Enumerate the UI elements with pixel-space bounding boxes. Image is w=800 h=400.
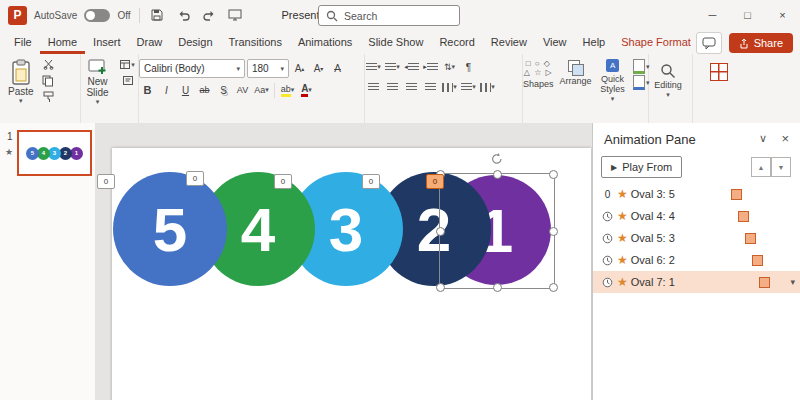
new-slide-button[interactable]: New Slide ▾ [78, 57, 117, 107]
line-spacing-button[interactable]: ⇅▾ [441, 59, 458, 75]
tab-transitions[interactable]: Transitions [221, 30, 290, 54]
animation-item-oval4[interactable]: ★ Oval 4: 4 [593, 205, 800, 227]
pane-options-chevron-icon[interactable]: ∨ [759, 132, 767, 145]
timeline-bar[interactable] [738, 211, 749, 222]
animation-item-oval3[interactable]: 0 ★ Oval 3: 5 [593, 183, 800, 205]
move-animation-earlier-button[interactable]: ▲ [751, 157, 771, 177]
resize-handle-w[interactable] [436, 227, 445, 236]
share-button[interactable]: Share [729, 33, 793, 53]
slide[interactable]: 5 4 3 2 1 [112, 148, 591, 400]
tab-file[interactable]: File [6, 30, 40, 54]
tab-view[interactable]: View [535, 30, 575, 54]
redo-button[interactable] [200, 6, 219, 25]
animation-number-badge-selected[interactable]: 0 [426, 174, 444, 189]
timeline-bar[interactable] [731, 189, 742, 200]
highlight-color-button[interactable]: ab▾ [279, 82, 296, 98]
text-shadow-button[interactable]: S [215, 82, 232, 98]
animation-item-oval7-selected[interactable]: ★ Oval 7: 1 ▾ [593, 271, 800, 293]
animation-number-badge[interactable]: 0 [97, 174, 115, 189]
tab-home[interactable]: Home [40, 30, 85, 54]
maximize-button[interactable]: □ [730, 0, 765, 30]
shape-selection-box[interactable] [439, 173, 555, 289]
tab-review[interactable]: Review [483, 30, 535, 54]
convert-to-smartart-button[interactable]: ▾ [479, 79, 496, 95]
bullets-button[interactable]: ▾ [365, 59, 382, 75]
addins-button[interactable] [690, 57, 748, 83]
font-size-combo[interactable]: 180 ▾ [247, 59, 289, 78]
paste-button[interactable]: Paste ▾ [4, 57, 38, 106]
animation-item-oval5[interactable]: ★ Oval 5: 3 [593, 227, 800, 249]
increase-indent-button[interactable]: ▸ [422, 59, 439, 75]
animation-number-badge[interactable]: 0 [186, 171, 204, 186]
save-button[interactable] [148, 6, 167, 25]
tab-help[interactable]: Help [575, 30, 614, 54]
resize-handle-sw[interactable] [436, 283, 445, 292]
resize-handle-e[interactable] [549, 227, 558, 236]
search-box[interactable]: Search [318, 5, 460, 26]
resize-handle-se[interactable] [549, 283, 558, 292]
justify-button[interactable] [422, 79, 439, 95]
bold-button[interactable]: B [139, 82, 156, 98]
tab-design[interactable]: Design [170, 30, 220, 54]
autosave-toggle[interactable] [84, 9, 110, 22]
arrange-button[interactable]: Arrange [557, 57, 595, 88]
powerpoint-app-icon[interactable]: P [8, 6, 27, 25]
resize-handle-n[interactable] [493, 170, 502, 179]
autosave-label: AutoSave [34, 10, 77, 21]
resize-handle-s[interactable] [493, 283, 502, 292]
minimize-button[interactable]: ─ [695, 0, 730, 30]
copy-button[interactable] [40, 73, 57, 88]
play-from-label: Play From [622, 161, 672, 173]
align-left-button[interactable] [365, 79, 382, 95]
play-from-button[interactable]: ▶ Play From [601, 156, 682, 178]
editing-button[interactable]: Editing ▾ [646, 57, 690, 100]
tab-record[interactable]: Record [431, 30, 482, 54]
slide-thumbnail[interactable]: 5 4 3 2 1 [17, 130, 92, 176]
undo-button[interactable] [174, 6, 193, 25]
move-animation-later-button[interactable]: ▼ [771, 157, 791, 177]
format-painter-button[interactable] [40, 89, 57, 104]
dropdown-arrow-icon: ▾ [96, 99, 100, 105]
timeline-bar[interactable] [745, 233, 756, 244]
tab-animations[interactable]: Animations [290, 30, 360, 54]
character-spacing-button[interactable]: AV [234, 82, 251, 98]
rotate-handle[interactable] [490, 152, 504, 166]
strikethrough-button[interactable]: ab [196, 82, 213, 98]
timeline-bar[interactable] [752, 255, 763, 266]
arrange-icon [568, 60, 580, 72]
tab-shape-format[interactable]: Shape Format [613, 30, 699, 54]
tab-slide-show[interactable]: Slide Show [360, 30, 431, 54]
numbering-button[interactable]: ▾ [384, 59, 401, 75]
font-color-button[interactable]: A▾ [298, 82, 315, 98]
clear-formatting-button[interactable]: A [329, 61, 346, 77]
align-center-button[interactable] [384, 79, 401, 95]
tab-insert[interactable]: Insert [85, 30, 129, 54]
shapes-button[interactable]: □ ○ ◇△ ☆ ▷ Shapes [520, 57, 557, 91]
font-name-combo[interactable]: Calibri (Body) ▾ [139, 59, 245, 78]
decrease-font-size-button[interactable]: A▾ [310, 61, 327, 77]
tab-draw[interactable]: Draw [129, 30, 171, 54]
columns-button[interactable]: ▾ [441, 79, 458, 95]
pane-close-icon[interactable]: × [781, 131, 789, 146]
italic-button[interactable]: I [158, 82, 175, 98]
comments-button[interactable] [696, 32, 722, 54]
align-text-button[interactable]: ▾ [460, 79, 477, 95]
text-direction-button[interactable]: ¶ [460, 59, 477, 75]
timeline-bar[interactable] [759, 277, 770, 288]
resize-handle-ne[interactable] [549, 170, 558, 179]
cut-button[interactable] [40, 57, 57, 72]
close-button[interactable]: × [765, 0, 800, 30]
animation-item-oval6[interactable]: ★ Oval 6: 2 [593, 249, 800, 271]
increase-font-size-button[interactable]: A▴ [291, 61, 308, 77]
quick-styles-button[interactable]: A Quick Styles ▾ [595, 57, 631, 104]
animation-options-dropdown-icon[interactable]: ▾ [790, 277, 795, 287]
change-case-button[interactable]: Aa▾ [253, 82, 270, 98]
start-slideshow-button[interactable] [226, 6, 245, 25]
oval-shape-5[interactable]: 5 [113, 172, 227, 286]
animation-number-badge[interactable]: 0 [362, 174, 380, 189]
align-right-button[interactable] [403, 79, 420, 95]
underline-button[interactable]: U [177, 82, 194, 98]
animation-number-badge[interactable]: 0 [274, 174, 292, 189]
dropdown-arrow-icon: ▾ [611, 96, 615, 102]
decrease-indent-button[interactable]: ◂ [403, 59, 420, 75]
